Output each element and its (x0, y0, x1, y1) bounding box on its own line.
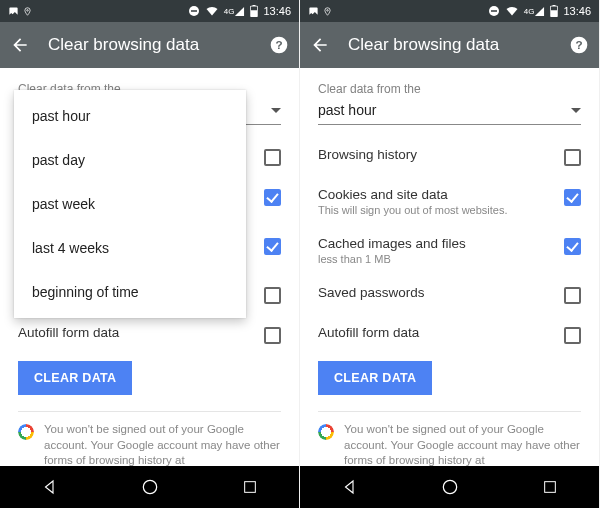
clear-data-button[interactable]: CLEAR DATA (18, 361, 132, 395)
wifi-icon (205, 5, 219, 17)
image-icon (8, 6, 19, 17)
status-clock: 13:46 (563, 5, 591, 17)
svg-rect-5 (251, 7, 257, 11)
row-cookies[interactable]: Cookies and site data This will sign you… (318, 177, 581, 226)
nav-back-button[interactable] (341, 478, 359, 496)
clear-data-button[interactable]: CLEAR DATA (318, 361, 432, 395)
back-button[interactable] (10, 35, 30, 55)
svg-rect-4 (253, 5, 256, 7)
dropdown-value: past hour (318, 102, 376, 118)
svg-text:?: ? (575, 38, 582, 51)
popup-option[interactable]: beginning of time (14, 270, 246, 314)
svg-rect-14 (553, 5, 556, 7)
help-button[interactable]: ? (569, 35, 589, 55)
popup-option[interactable]: past day (14, 138, 246, 182)
checkbox-cookies[interactable] (264, 189, 281, 206)
signin-note: You won't be signed out of your Google a… (318, 411, 581, 469)
svg-point-0 (27, 9, 29, 11)
phone-right: 4G 13:46 Clear browsing data ? Clear dat… (300, 0, 600, 508)
dnd-icon (488, 5, 500, 17)
battery-icon (550, 5, 558, 17)
checkbox-browsing-history[interactable] (264, 149, 281, 166)
svg-point-10 (327, 9, 329, 11)
checkbox-autofill[interactable] (564, 327, 581, 344)
svg-point-8 (144, 480, 157, 493)
page-title: Clear browsing data (348, 35, 499, 55)
phone-left: 4G 13:46 Clear browsing data ? Clear dat… (0, 0, 300, 508)
nav-recent-button[interactable] (542, 479, 558, 495)
android-navbar (300, 466, 599, 508)
signin-note-text: You won't be signed out of your Google a… (344, 422, 581, 469)
back-button[interactable] (310, 35, 330, 55)
checkbox-cookies[interactable] (564, 189, 581, 206)
time-range-popup: past hour past day past week last 4 week… (14, 90, 246, 318)
svg-rect-19 (545, 482, 556, 493)
help-button[interactable]: ? (269, 35, 289, 55)
app-header: Clear browsing data ? (0, 22, 299, 68)
svg-text:?: ? (275, 38, 282, 51)
app-header: Clear browsing data ? (300, 22, 599, 68)
status-bar: 4G 13:46 (0, 0, 299, 22)
row-browsing-history[interactable]: Browsing history (318, 137, 581, 177)
location-icon (23, 6, 32, 17)
location-icon (323, 6, 332, 17)
svg-point-18 (444, 480, 457, 493)
checkbox-saved-passwords[interactable] (264, 287, 281, 304)
svg-rect-15 (551, 7, 557, 11)
popup-option[interactable]: last 4 weeks (14, 226, 246, 270)
signin-note-text: You won't be signed out of your Google a… (44, 422, 281, 469)
status-clock: 13:46 (263, 5, 291, 17)
google-logo-icon (18, 424, 34, 440)
chevron-down-icon (571, 108, 581, 113)
checkbox-cached[interactable] (564, 238, 581, 255)
row-cached[interactable]: Cached images and files less than 1 MB (318, 226, 581, 275)
nav-home-button[interactable] (140, 477, 160, 497)
nav-home-button[interactable] (440, 477, 460, 497)
svg-rect-12 (491, 10, 497, 12)
checkbox-cached[interactable] (264, 238, 281, 255)
status-bar: 4G 13:46 (300, 0, 599, 22)
popup-option[interactable]: past week (14, 182, 246, 226)
signal-icon: 4G (524, 6, 546, 17)
android-navbar (0, 466, 299, 508)
dnd-icon (188, 5, 200, 17)
chevron-down-icon (271, 108, 281, 113)
popup-option[interactable]: past hour (14, 94, 246, 138)
battery-icon (250, 5, 258, 17)
nav-back-button[interactable] (41, 478, 59, 496)
svg-rect-9 (245, 482, 256, 493)
checkbox-autofill[interactable] (264, 327, 281, 344)
nav-recent-button[interactable] (242, 479, 258, 495)
signin-note: You won't be signed out of your Google a… (18, 411, 281, 469)
image-icon (308, 6, 319, 17)
row-saved-passwords[interactable]: Saved passwords (318, 275, 581, 315)
google-logo-icon (318, 424, 334, 440)
svg-rect-2 (191, 10, 197, 12)
row-autofill[interactable]: Autofill form data (18, 315, 281, 355)
page-title: Clear browsing data (48, 35, 199, 55)
checkbox-saved-passwords[interactable] (564, 287, 581, 304)
wifi-icon (505, 5, 519, 17)
row-autofill[interactable]: Autofill form data (318, 315, 581, 355)
content-area: Clear data from the past hour Browsing h… (300, 68, 599, 469)
signal-icon: 4G (224, 6, 246, 17)
time-range-label: Clear data from the (318, 82, 581, 96)
time-range-dropdown[interactable]: past hour (318, 98, 581, 125)
checkbox-browsing-history[interactable] (564, 149, 581, 166)
